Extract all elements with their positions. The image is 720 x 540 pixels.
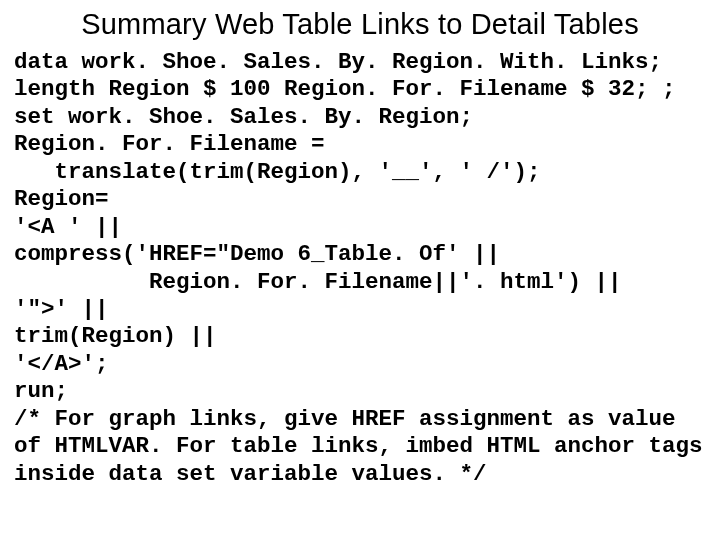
slide-title: Summary Web Table Links to Detail Tables — [14, 8, 706, 41]
slide: Summary Web Table Links to Detail Tables… — [0, 0, 720, 540]
code-block: data work. Shoe. Sales. By. Region. With… — [14, 49, 706, 488]
